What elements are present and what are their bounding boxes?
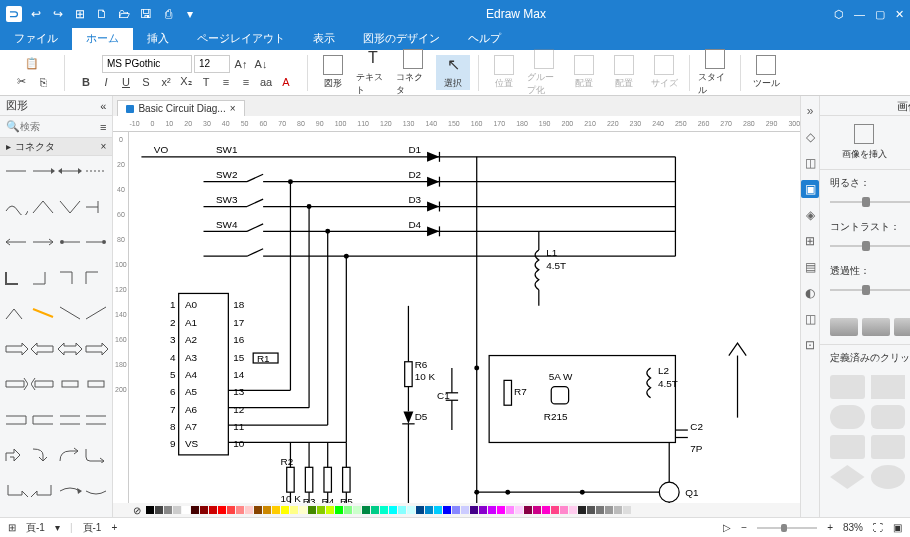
color-swatch[interactable] bbox=[488, 506, 496, 514]
contrast-slider[interactable] bbox=[830, 245, 910, 247]
connector-shape[interactable] bbox=[4, 196, 29, 218]
clip-shape[interactable] bbox=[871, 375, 906, 399]
color-swatch[interactable] bbox=[524, 506, 532, 514]
color-swatch[interactable] bbox=[209, 506, 217, 514]
tab-view[interactable]: 表示 bbox=[299, 28, 349, 50]
filter-preset[interactable] bbox=[894, 318, 910, 336]
color-swatch[interactable] bbox=[398, 506, 406, 514]
color-swatch[interactable] bbox=[452, 506, 460, 514]
color-swatch[interactable] bbox=[344, 506, 352, 514]
clip-shape[interactable] bbox=[830, 405, 865, 429]
color-swatch[interactable] bbox=[497, 506, 505, 514]
layout-tool-icon[interactable]: ◫ bbox=[801, 154, 819, 172]
clip-shape[interactable] bbox=[830, 435, 865, 459]
filter-preset[interactable] bbox=[862, 318, 890, 336]
shape-tool[interactable]: 図形 bbox=[316, 55, 350, 90]
connector-shape[interactable] bbox=[4, 160, 29, 182]
color-swatch[interactable] bbox=[434, 506, 442, 514]
doc-tab-close[interactable]: × bbox=[230, 103, 236, 114]
superscript-button[interactable]: x² bbox=[157, 73, 175, 91]
search-menu-icon[interactable]: ≡ bbox=[100, 121, 106, 133]
no-color-icon[interactable]: ⊘ bbox=[133, 505, 141, 516]
connector-shape[interactable] bbox=[84, 160, 109, 182]
color-swatch[interactable] bbox=[218, 506, 226, 514]
color-swatch[interactable] bbox=[227, 506, 235, 514]
connector-shape[interactable] bbox=[31, 373, 56, 395]
category-header[interactable]: ▸コネクタ × bbox=[0, 138, 112, 156]
filter-preset[interactable] bbox=[830, 318, 858, 336]
color-swatch[interactable] bbox=[551, 506, 559, 514]
color-swatch[interactable] bbox=[326, 506, 334, 514]
color-swatch[interactable] bbox=[353, 506, 361, 514]
tab-help[interactable]: ヘルプ bbox=[454, 28, 515, 50]
clip-shape[interactable] bbox=[871, 405, 906, 429]
underline-button[interactable]: U bbox=[117, 73, 135, 91]
text-tool[interactable]: Tテキスト bbox=[356, 49, 390, 97]
cut-button[interactable]: ✂ bbox=[12, 73, 30, 91]
color-swatch[interactable] bbox=[146, 506, 154, 514]
canvas[interactable]: VO SW1 SW2 SW3 SW4 D1 D2 bbox=[129, 132, 800, 503]
connector-shape[interactable] bbox=[31, 160, 56, 182]
connector-shape[interactable] bbox=[4, 480, 29, 502]
fill-tool-icon[interactable]: ◇ bbox=[801, 128, 819, 146]
color-swatch[interactable] bbox=[191, 506, 199, 514]
list-button[interactable]: ≡ bbox=[237, 73, 255, 91]
subscript-button[interactable]: X₂ bbox=[177, 73, 195, 91]
color-swatch[interactable] bbox=[407, 506, 415, 514]
color-swatch[interactable] bbox=[290, 506, 298, 514]
page-nav-icon[interactable]: ⊞ bbox=[8, 522, 16, 533]
connector-shape[interactable] bbox=[84, 409, 109, 431]
tools-tool[interactable]: ツール bbox=[749, 55, 783, 90]
maximize-button[interactable]: ▢ bbox=[875, 8, 885, 21]
new-icon[interactable]: ⊞ bbox=[72, 6, 88, 22]
connector-shape[interactable] bbox=[57, 231, 82, 253]
connector-shape[interactable] bbox=[57, 267, 82, 289]
color-swatch[interactable] bbox=[470, 506, 478, 514]
connector-shape[interactable] bbox=[57, 480, 82, 502]
select-tool[interactable]: ↖選択 bbox=[436, 55, 470, 90]
tab-file[interactable]: ファイル bbox=[0, 28, 72, 50]
connector-shape[interactable] bbox=[84, 267, 109, 289]
style-tool[interactable]: スタイル bbox=[698, 49, 732, 97]
color-swatch[interactable] bbox=[605, 506, 613, 514]
image-tool-icon[interactable]: ▣ bbox=[801, 180, 819, 198]
color-swatch[interactable] bbox=[182, 506, 190, 514]
color-swatch[interactable] bbox=[596, 506, 604, 514]
color-swatch[interactable] bbox=[254, 506, 262, 514]
redo-icon[interactable]: ↪ bbox=[50, 6, 66, 22]
save-icon[interactable]: 🖫 bbox=[138, 6, 154, 22]
zoom-out-button[interactable]: − bbox=[741, 522, 747, 533]
category-close-icon[interactable]: × bbox=[101, 141, 107, 152]
connector-shape[interactable] bbox=[31, 444, 56, 466]
theme-tool-icon[interactable]: ◐ bbox=[801, 284, 819, 302]
connector-tool[interactable]: コネクタ bbox=[396, 49, 430, 97]
connector-shape[interactable] bbox=[84, 338, 109, 360]
tab-pagelayout[interactable]: ページレイアウト bbox=[183, 28, 299, 50]
color-swatch[interactable] bbox=[515, 506, 523, 514]
color-swatch[interactable] bbox=[335, 506, 343, 514]
connector-shape[interactable] bbox=[57, 160, 82, 182]
color-swatch[interactable] bbox=[479, 506, 487, 514]
color-swatch[interactable] bbox=[308, 506, 316, 514]
bold-button[interactable]: B bbox=[77, 73, 95, 91]
connector-shape[interactable] bbox=[84, 231, 109, 253]
collapse-icon[interactable]: « bbox=[100, 100, 106, 112]
grid-tool-icon[interactable]: ⊞ bbox=[801, 232, 819, 250]
search-input[interactable] bbox=[20, 121, 100, 132]
color-swatch[interactable] bbox=[425, 506, 433, 514]
color-swatch[interactable] bbox=[560, 506, 568, 514]
color-swatch[interactable] bbox=[155, 506, 163, 514]
connector-shape[interactable] bbox=[4, 302, 29, 324]
table-tool-icon[interactable]: ▤ bbox=[801, 258, 819, 276]
color-swatch[interactable] bbox=[263, 506, 271, 514]
tab-shapedesign[interactable]: 図形のデザイン bbox=[349, 28, 454, 50]
fit-page-icon[interactable]: ⛶ bbox=[873, 522, 883, 533]
color-swatch[interactable] bbox=[173, 506, 181, 514]
shrink-font-icon[interactable]: A↓ bbox=[252, 55, 270, 73]
color-swatch[interactable] bbox=[389, 506, 397, 514]
doc-icon[interactable]: 🗋 bbox=[94, 6, 110, 22]
connector-shape[interactable] bbox=[4, 444, 29, 466]
color-swatch[interactable] bbox=[164, 506, 172, 514]
connector-shape[interactable] bbox=[4, 373, 29, 395]
paste-button[interactable]: 📋 bbox=[23, 55, 41, 73]
